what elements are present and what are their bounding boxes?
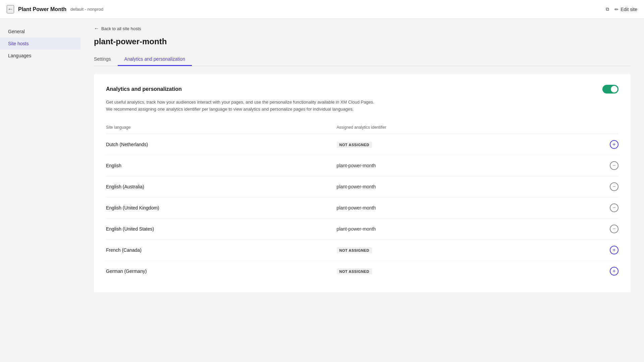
- topbar-left: ← Plant Power Month default - nonprod: [7, 5, 103, 13]
- not-assigned-badge: NOT ASSIGNED: [337, 142, 372, 148]
- language-cell: English (Australia): [106, 176, 337, 197]
- identifier-cell: NOT ASSIGNED: [337, 239, 598, 260]
- add-identifier-button[interactable]: +: [610, 140, 619, 149]
- col-language-header: Site language: [106, 122, 337, 134]
- main-inner: ← Back to all site hosts plant-power-mon…: [80, 19, 644, 306]
- table-row: English (United Kingdom)plant-power-mont…: [106, 197, 619, 218]
- table-row: German (Germany)NOT ASSIGNED+: [106, 260, 619, 282]
- language-cell: French (Canada): [106, 239, 337, 260]
- analytics-table: Site language Assigned analytics identif…: [106, 122, 619, 282]
- table-row: Dutch (Netherlands)NOT ASSIGNED+: [106, 134, 619, 155]
- remove-identifier-button[interactable]: −: [610, 182, 619, 191]
- edit-site-button[interactable]: ✏ Edit site: [614, 7, 637, 12]
- back-link-text: Back to all site hosts: [101, 26, 141, 31]
- sidebar-item-general[interactable]: General: [0, 25, 80, 38]
- copy-button[interactable]: ⧉: [606, 6, 609, 12]
- table-row: French (Canada)NOT ASSIGNED+: [106, 239, 619, 260]
- identifier-cell: plant-power-month: [337, 197, 598, 218]
- copy-icon: ⧉: [606, 6, 609, 12]
- identifier-cell: plant-power-month: [337, 176, 598, 197]
- card-title: Analytics and personalization: [106, 86, 182, 92]
- identifier-cell: plant-power-month: [337, 218, 598, 239]
- language-cell: German (Germany): [106, 260, 337, 282]
- action-cell: +: [598, 134, 619, 155]
- topbar-right: ⧉ ✏ Edit site: [606, 6, 637, 12]
- page-title: plant-power-month: [94, 37, 631, 46]
- action-cell: +: [598, 239, 619, 260]
- language-cell: Dutch (Netherlands): [106, 134, 337, 155]
- identifier-cell: NOT ASSIGNED: [337, 260, 598, 282]
- analytics-toggle[interactable]: [602, 85, 619, 94]
- layout: General Site hosts Languages ← Back to a…: [0, 19, 644, 362]
- card-header: Analytics and personalization: [106, 85, 619, 94]
- app-subtitle: default - nonprod: [70, 7, 103, 12]
- language-cell: English: [106, 155, 337, 176]
- tabs: Settings Analytics and personalization: [94, 53, 631, 66]
- back-arrow-icon: ←: [94, 25, 99, 32]
- back-link[interactable]: ← Back to all site hosts: [94, 25, 631, 32]
- not-assigned-badge: NOT ASSIGNED: [337, 268, 372, 275]
- identifier-cell: NOT ASSIGNED: [337, 134, 598, 155]
- identifier-cell: plant-power-month: [337, 155, 598, 176]
- sidebar: General Site hosts Languages: [0, 19, 80, 362]
- app-title: Plant Power Month: [18, 6, 66, 12]
- main-content: ← Back to all site hosts plant-power-mon…: [80, 19, 644, 362]
- action-cell: −: [598, 218, 619, 239]
- action-cell: −: [598, 155, 619, 176]
- tab-analytics[interactable]: Analytics and personalization: [118, 53, 192, 66]
- not-assigned-badge: NOT ASSIGNED: [337, 247, 372, 253]
- remove-identifier-button[interactable]: −: [610, 203, 619, 212]
- analytics-card: Analytics and personalization Get useful…: [94, 74, 631, 292]
- col-identifier-header: Assigned analytics identifier: [337, 122, 598, 134]
- remove-identifier-button[interactable]: −: [610, 225, 619, 233]
- back-button-top[interactable]: ←: [7, 5, 14, 13]
- add-identifier-button[interactable]: +: [610, 246, 619, 254]
- table-row: English (Australia)plant-power-month−: [106, 176, 619, 197]
- remove-identifier-button[interactable]: −: [610, 161, 619, 170]
- action-cell: −: [598, 176, 619, 197]
- language-cell: English (United Kingdom): [106, 197, 337, 218]
- language-cell: English (United States): [106, 218, 337, 239]
- add-identifier-button[interactable]: +: [610, 267, 619, 276]
- sidebar-item-languages[interactable]: Languages: [0, 50, 80, 62]
- action-cell: +: [598, 260, 619, 282]
- card-description: Get useful analytics, track how your aud…: [106, 99, 619, 113]
- edit-icon: ✏: [614, 7, 619, 12]
- table-row: English (United States)plant-power-month…: [106, 218, 619, 239]
- tab-settings[interactable]: Settings: [94, 53, 118, 66]
- sidebar-item-site-hosts[interactable]: Site hosts: [0, 38, 80, 50]
- topbar: ← Plant Power Month default - nonprod ⧉ …: [0, 0, 644, 19]
- table-row: Englishplant-power-month−: [106, 155, 619, 176]
- action-cell: −: [598, 197, 619, 218]
